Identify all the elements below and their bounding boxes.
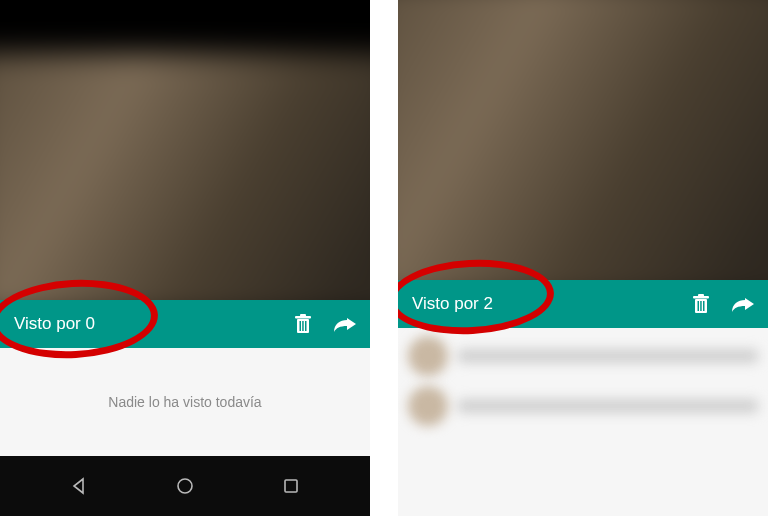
avatar bbox=[408, 386, 448, 426]
list-item[interactable] bbox=[408, 336, 758, 376]
svg-point-6 bbox=[178, 479, 192, 493]
viewed-by-bar[interactable]: Visto por 0 bbox=[0, 300, 370, 348]
viewers-panel-list bbox=[398, 328, 768, 516]
svg-rect-11 bbox=[698, 301, 700, 311]
svg-rect-12 bbox=[700, 301, 702, 311]
svg-rect-7 bbox=[285, 480, 297, 492]
viewer-name bbox=[458, 399, 758, 413]
viewed-by-bar[interactable]: Visto por 2 bbox=[398, 280, 768, 328]
android-navbar bbox=[0, 456, 370, 516]
viewed-by-label: Visto por 0 bbox=[14, 314, 294, 334]
forward-icon[interactable] bbox=[732, 295, 754, 313]
svg-rect-3 bbox=[300, 321, 302, 331]
bar-actions bbox=[294, 314, 356, 334]
bar-actions bbox=[692, 294, 754, 314]
phone-left: Visto por 0 Nadie lo ha visto todavía bbox=[0, 0, 370, 516]
viewer-name bbox=[458, 349, 758, 363]
svg-rect-5 bbox=[305, 321, 307, 331]
nav-home-icon[interactable] bbox=[175, 476, 195, 496]
phone-right: Visto por 2 bbox=[398, 0, 768, 516]
svg-rect-2 bbox=[300, 314, 306, 317]
viewed-by-label: Visto por 2 bbox=[412, 294, 692, 314]
svg-rect-4 bbox=[302, 321, 304, 331]
trash-icon[interactable] bbox=[294, 314, 312, 334]
status-photo[interactable] bbox=[398, 0, 768, 301]
empty-message: Nadie lo ha visto todavía bbox=[108, 394, 261, 410]
status-photo[interactable] bbox=[0, 53, 370, 318]
avatar bbox=[408, 336, 448, 376]
viewers-panel-empty: Nadie lo ha visto todavía bbox=[0, 348, 370, 456]
nav-back-icon[interactable] bbox=[69, 476, 89, 496]
svg-rect-13 bbox=[703, 301, 705, 311]
nav-recent-icon[interactable] bbox=[281, 476, 301, 496]
svg-rect-10 bbox=[698, 294, 704, 297]
forward-icon[interactable] bbox=[334, 315, 356, 333]
list-item[interactable] bbox=[408, 386, 758, 426]
trash-icon[interactable] bbox=[692, 294, 710, 314]
